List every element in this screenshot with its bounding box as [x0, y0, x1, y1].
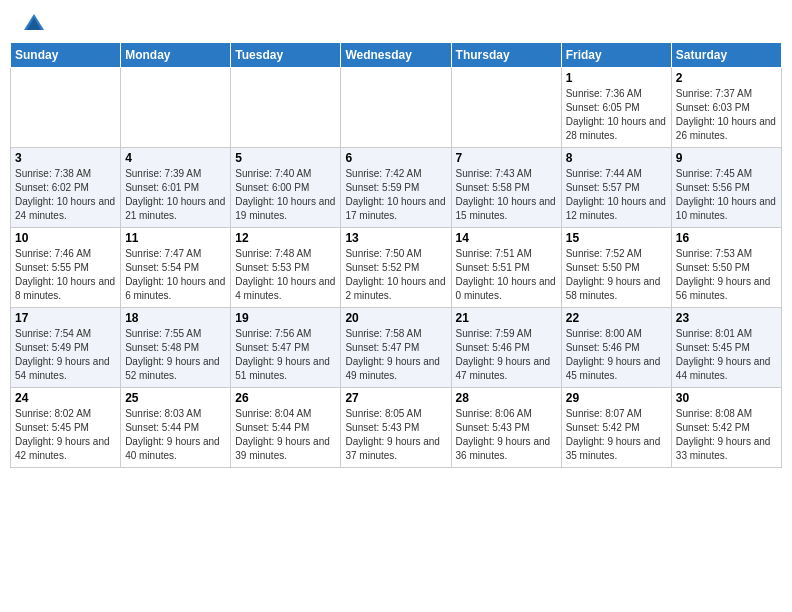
day-info: Sunrise: 7:44 AMSunset: 5:57 PMDaylight:… [566, 167, 667, 223]
day-info: Sunrise: 7:37 AMSunset: 6:03 PMDaylight:… [676, 87, 777, 143]
day-info: Sunrise: 7:58 AMSunset: 5:47 PMDaylight:… [345, 327, 446, 383]
day-number: 1 [566, 71, 667, 85]
day-info: Sunrise: 7:50 AMSunset: 5:52 PMDaylight:… [345, 247, 446, 303]
day-number: 15 [566, 231, 667, 245]
day-info: Sunrise: 8:06 AMSunset: 5:43 PMDaylight:… [456, 407, 557, 463]
calendar-cell: 5Sunrise: 7:40 AMSunset: 6:00 PMDaylight… [231, 148, 341, 228]
day-info: Sunrise: 7:43 AMSunset: 5:58 PMDaylight:… [456, 167, 557, 223]
day-info: Sunrise: 8:03 AMSunset: 5:44 PMDaylight:… [125, 407, 226, 463]
day-header-sunday: Sunday [11, 43, 121, 68]
day-number: 16 [676, 231, 777, 245]
calendar-week-4: 17Sunrise: 7:54 AMSunset: 5:49 PMDayligh… [11, 308, 782, 388]
day-number: 27 [345, 391, 446, 405]
calendar-cell [341, 68, 451, 148]
day-number: 28 [456, 391, 557, 405]
calendar-cell: 29Sunrise: 8:07 AMSunset: 5:42 PMDayligh… [561, 388, 671, 468]
day-info: Sunrise: 7:40 AMSunset: 6:00 PMDaylight:… [235, 167, 336, 223]
calendar-week-2: 3Sunrise: 7:38 AMSunset: 6:02 PMDaylight… [11, 148, 782, 228]
day-info: Sunrise: 7:48 AMSunset: 5:53 PMDaylight:… [235, 247, 336, 303]
calendar-cell: 16Sunrise: 7:53 AMSunset: 5:50 PMDayligh… [671, 228, 781, 308]
calendar-cell: 3Sunrise: 7:38 AMSunset: 6:02 PMDaylight… [11, 148, 121, 228]
day-info: Sunrise: 8:01 AMSunset: 5:45 PMDaylight:… [676, 327, 777, 383]
calendar-cell: 14Sunrise: 7:51 AMSunset: 5:51 PMDayligh… [451, 228, 561, 308]
day-header-wednesday: Wednesday [341, 43, 451, 68]
day-number: 23 [676, 311, 777, 325]
day-info: Sunrise: 7:36 AMSunset: 6:05 PMDaylight:… [566, 87, 667, 143]
day-info: Sunrise: 7:38 AMSunset: 6:02 PMDaylight:… [15, 167, 116, 223]
calendar-cell: 28Sunrise: 8:06 AMSunset: 5:43 PMDayligh… [451, 388, 561, 468]
calendar-cell [451, 68, 561, 148]
calendar-header-row: SundayMondayTuesdayWednesdayThursdayFrid… [11, 43, 782, 68]
calendar-week-5: 24Sunrise: 8:02 AMSunset: 5:45 PMDayligh… [11, 388, 782, 468]
calendar-cell: 4Sunrise: 7:39 AMSunset: 6:01 PMDaylight… [121, 148, 231, 228]
day-number: 29 [566, 391, 667, 405]
day-info: Sunrise: 7:45 AMSunset: 5:56 PMDaylight:… [676, 167, 777, 223]
day-number: 7 [456, 151, 557, 165]
calendar-cell: 9Sunrise: 7:45 AMSunset: 5:56 PMDaylight… [671, 148, 781, 228]
calendar-cell: 13Sunrise: 7:50 AMSunset: 5:52 PMDayligh… [341, 228, 451, 308]
day-number: 13 [345, 231, 446, 245]
day-number: 21 [456, 311, 557, 325]
calendar-week-3: 10Sunrise: 7:46 AMSunset: 5:55 PMDayligh… [11, 228, 782, 308]
day-number: 3 [15, 151, 116, 165]
day-number: 22 [566, 311, 667, 325]
calendar-cell: 2Sunrise: 7:37 AMSunset: 6:03 PMDaylight… [671, 68, 781, 148]
calendar-cell: 12Sunrise: 7:48 AMSunset: 5:53 PMDayligh… [231, 228, 341, 308]
day-info: Sunrise: 7:52 AMSunset: 5:50 PMDaylight:… [566, 247, 667, 303]
calendar-cell: 24Sunrise: 8:02 AMSunset: 5:45 PMDayligh… [11, 388, 121, 468]
day-info: Sunrise: 7:47 AMSunset: 5:54 PMDaylight:… [125, 247, 226, 303]
calendar-cell: 17Sunrise: 7:54 AMSunset: 5:49 PMDayligh… [11, 308, 121, 388]
day-number: 8 [566, 151, 667, 165]
day-info: Sunrise: 8:02 AMSunset: 5:45 PMDaylight:… [15, 407, 116, 463]
day-header-friday: Friday [561, 43, 671, 68]
day-info: Sunrise: 7:39 AMSunset: 6:01 PMDaylight:… [125, 167, 226, 223]
calendar-cell: 10Sunrise: 7:46 AMSunset: 5:55 PMDayligh… [11, 228, 121, 308]
day-header-thursday: Thursday [451, 43, 561, 68]
day-info: Sunrise: 8:08 AMSunset: 5:42 PMDaylight:… [676, 407, 777, 463]
day-header-tuesday: Tuesday [231, 43, 341, 68]
day-number: 26 [235, 391, 336, 405]
calendar-cell: 25Sunrise: 8:03 AMSunset: 5:44 PMDayligh… [121, 388, 231, 468]
calendar-cell [231, 68, 341, 148]
calendar-cell: 26Sunrise: 8:04 AMSunset: 5:44 PMDayligh… [231, 388, 341, 468]
calendar-wrapper: SundayMondayTuesdayWednesdayThursdayFrid… [0, 42, 792, 478]
calendar-cell: 30Sunrise: 8:08 AMSunset: 5:42 PMDayligh… [671, 388, 781, 468]
calendar-cell [121, 68, 231, 148]
day-number: 20 [345, 311, 446, 325]
calendar-cell: 8Sunrise: 7:44 AMSunset: 5:57 PMDaylight… [561, 148, 671, 228]
calendar-cell: 6Sunrise: 7:42 AMSunset: 5:59 PMDaylight… [341, 148, 451, 228]
calendar-cell: 27Sunrise: 8:05 AMSunset: 5:43 PMDayligh… [341, 388, 451, 468]
day-number: 4 [125, 151, 226, 165]
day-header-saturday: Saturday [671, 43, 781, 68]
day-number: 17 [15, 311, 116, 325]
calendar-cell: 22Sunrise: 8:00 AMSunset: 5:46 PMDayligh… [561, 308, 671, 388]
calendar-week-1: 1Sunrise: 7:36 AMSunset: 6:05 PMDaylight… [11, 68, 782, 148]
page-header [0, 0, 792, 42]
day-info: Sunrise: 8:07 AMSunset: 5:42 PMDaylight:… [566, 407, 667, 463]
calendar-cell: 18Sunrise: 7:55 AMSunset: 5:48 PMDayligh… [121, 308, 231, 388]
calendar-cell: 19Sunrise: 7:56 AMSunset: 5:47 PMDayligh… [231, 308, 341, 388]
calendar-cell: 20Sunrise: 7:58 AMSunset: 5:47 PMDayligh… [341, 308, 451, 388]
day-number: 9 [676, 151, 777, 165]
calendar-cell: 7Sunrise: 7:43 AMSunset: 5:58 PMDaylight… [451, 148, 561, 228]
calendar-cell [11, 68, 121, 148]
day-number: 24 [15, 391, 116, 405]
day-number: 14 [456, 231, 557, 245]
day-info: Sunrise: 8:00 AMSunset: 5:46 PMDaylight:… [566, 327, 667, 383]
day-number: 10 [15, 231, 116, 245]
calendar-cell: 21Sunrise: 7:59 AMSunset: 5:46 PMDayligh… [451, 308, 561, 388]
day-info: Sunrise: 7:59 AMSunset: 5:46 PMDaylight:… [456, 327, 557, 383]
day-info: Sunrise: 7:51 AMSunset: 5:51 PMDaylight:… [456, 247, 557, 303]
day-info: Sunrise: 7:53 AMSunset: 5:50 PMDaylight:… [676, 247, 777, 303]
calendar-cell: 1Sunrise: 7:36 AMSunset: 6:05 PMDaylight… [561, 68, 671, 148]
day-number: 11 [125, 231, 226, 245]
day-number: 19 [235, 311, 336, 325]
calendar-cell: 11Sunrise: 7:47 AMSunset: 5:54 PMDayligh… [121, 228, 231, 308]
day-number: 2 [676, 71, 777, 85]
day-number: 25 [125, 391, 226, 405]
day-info: Sunrise: 7:46 AMSunset: 5:55 PMDaylight:… [15, 247, 116, 303]
day-number: 18 [125, 311, 226, 325]
day-number: 5 [235, 151, 336, 165]
logo [20, 10, 52, 38]
day-info: Sunrise: 8:04 AMSunset: 5:44 PMDaylight:… [235, 407, 336, 463]
